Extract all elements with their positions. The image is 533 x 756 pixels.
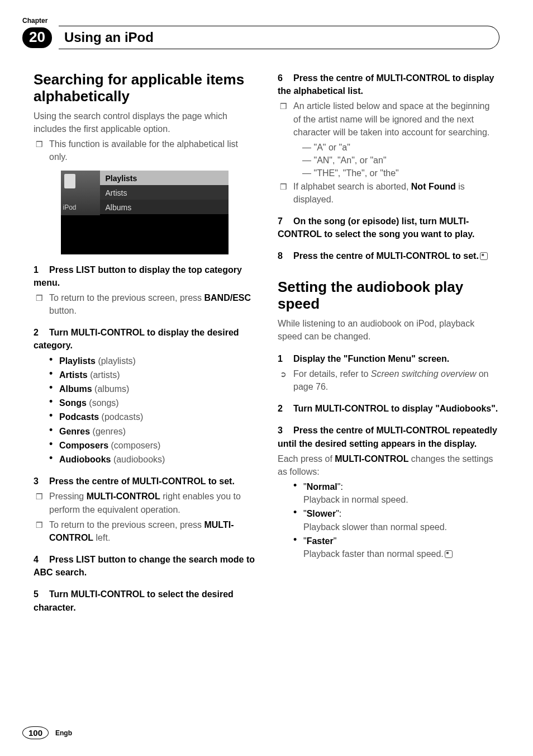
speed-desc: Playback faster than normal speed. xyxy=(303,549,444,559)
cat-paren: (composers) xyxy=(108,441,160,450)
cat-paren: (artists) xyxy=(88,370,120,380)
cat-label: Podcasts xyxy=(59,412,99,422)
speed-label: Slower xyxy=(307,509,336,518)
cat-albums: Albums (albums) xyxy=(49,382,255,395)
step-3-num: 3 xyxy=(34,475,49,488)
step-3a-pre: Pressing xyxy=(49,492,87,501)
section-heading-audiobook: Setting the audiobook play speed xyxy=(278,279,499,313)
speed-desc: Playback slower than normal speed. xyxy=(303,522,447,532)
cat-paren: (podcasts) xyxy=(99,412,143,422)
cat-label: Artists xyxy=(59,370,88,380)
ipod-menu-screenshot: iPod Playlists Artists Albums xyxy=(61,171,229,254)
language-code: Engb xyxy=(55,729,72,737)
cat-audiobooks: Audiobooks (audiobooks) xyxy=(49,453,255,466)
chapter-title: Using an iPod xyxy=(64,30,488,45)
speed-slower: "Slower":Playback slower than normal spe… xyxy=(293,507,499,533)
a-step-3: 3Press the centre of MULTI-CONTROL repea… xyxy=(278,424,499,450)
step-6: 6Press the centre of MULTI-CONTROL to di… xyxy=(278,72,499,97)
step-4-num: 4 xyxy=(34,553,49,566)
step-6-note-notfound: If alphabet search is aborted, Not Found… xyxy=(278,180,499,206)
step-8-text: Press the centre of MULTI-CONTROL to set… xyxy=(293,251,479,261)
step-7-text: On the song (or episode) list, turn MULT… xyxy=(278,216,474,239)
cat-label: Songs xyxy=(59,398,87,408)
a3-after-bold: MULTI-CONTROL xyxy=(335,454,408,464)
step-5-num: 5 xyxy=(34,588,49,601)
step-7-num: 7 xyxy=(278,215,293,228)
a-step-3-text: Press the centre of MULTI-CONTROL repeat… xyxy=(278,426,497,448)
dash-the: "THE", "The", or "the" xyxy=(302,167,499,179)
a1-ref-pre: For details, refer to xyxy=(293,369,371,379)
speed-label: Normal xyxy=(307,482,337,492)
speed-quote: " xyxy=(334,536,337,546)
dash-an: "AN", "An", or "an" xyxy=(302,154,499,167)
step-2-text: Turn MULTI-CONTROL to display the desire… xyxy=(34,328,239,350)
cat-paren: (audiobooks) xyxy=(111,455,165,464)
step-4: 4Press LIST button to change the search … xyxy=(34,553,255,579)
speed-label: Faster xyxy=(307,536,334,546)
cat-label: Audiobooks xyxy=(59,455,111,464)
step-6n2-pre: If alphabet search is aborted, xyxy=(293,182,411,191)
cat-paren: (songs) xyxy=(87,398,119,408)
step-1-num: 1 xyxy=(34,263,49,276)
ipod-icon xyxy=(64,174,75,188)
step-3b-pre: To return to the previous screen, press xyxy=(49,520,204,530)
step-2-num: 2 xyxy=(34,326,49,339)
chapter-header: 20 Using an iPod xyxy=(22,26,499,49)
page-footer: 100 Engb xyxy=(22,726,72,739)
speed-quote: ": xyxy=(336,509,341,518)
chapter-label: Chapter xyxy=(22,17,499,25)
screenshot-side-panel: iPod xyxy=(61,171,100,215)
cat-paren: (genres) xyxy=(90,427,126,436)
right-column: 6Press the centre of MULTI-CONTROL to di… xyxy=(278,72,499,616)
step-3: 3Press the centre of MULTI-CONTROL to se… xyxy=(34,475,255,488)
screenshot-row-artists: Artists xyxy=(100,185,229,200)
step-8-num: 8 xyxy=(278,249,293,262)
step-3b-post: left. xyxy=(93,533,110,542)
page: Chapter 20 Using an iPod Searching for a… xyxy=(0,0,533,756)
cat-artists: Artists (artists) xyxy=(49,368,255,381)
end-mark-icon xyxy=(445,550,453,558)
cat-playlists: Playlists (playlists) xyxy=(49,355,255,367)
chapter-title-frame: Using an iPod xyxy=(59,26,499,49)
screenshot-row-playlists: Playlists xyxy=(100,171,229,185)
speed-desc: Playback in normal speed. xyxy=(303,495,408,504)
a-step-2: 2Turn MULTI-CONTROL to display "Audioboo… xyxy=(278,402,499,415)
step-1-text: Press LIST button to display the top cat… xyxy=(34,265,242,287)
a-step-3-num: 3 xyxy=(278,424,293,437)
chapter-number-pill: 20 xyxy=(22,27,52,48)
a-step-1-ref: For details, refer to Screen switching o… xyxy=(278,367,499,393)
left-column: Searching for applicable items alphabeti… xyxy=(34,72,255,616)
step-6-num: 6 xyxy=(278,72,293,84)
step-1-note-pre: To return to the previous screen, press xyxy=(49,293,204,303)
a-step-2-text: Turn MULTI-CONTROL to display "Audiobook… xyxy=(293,404,498,413)
step-6-text: Press the centre of MULTI-CONTROL to dis… xyxy=(278,73,494,96)
speed-faster: "Faster"Playback faster than normal spee… xyxy=(293,535,499,560)
cat-label: Genres xyxy=(59,427,90,436)
a-step-1-text: Display the "Function Menu" screen. xyxy=(293,354,449,363)
speed-list: "Normal":Playback in normal speed. "Slow… xyxy=(278,480,499,560)
screenshot-row-albums: Albums xyxy=(100,200,229,214)
audiobook-intro: While listening to an audiobook on iPod,… xyxy=(278,317,499,343)
section-heading-search: Searching for applicable items alphabeti… xyxy=(34,72,255,105)
cat-label: Composers xyxy=(59,441,108,450)
step-7: 7On the song (or episode) list, turn MUL… xyxy=(278,215,499,240)
search-intro: Using the search control displays the pa… xyxy=(34,110,255,135)
cat-genres: Genres (genres) xyxy=(49,425,255,438)
a-step-3-after: Each press of MULTI-CONTROL changes the … xyxy=(278,452,499,478)
step-3a-bold: MULTI-CONTROL xyxy=(87,492,160,501)
cat-paren: (playlists) xyxy=(96,356,136,366)
a3-after-pre: Each press of xyxy=(278,454,335,464)
step-6n2-bold: Not Found xyxy=(411,182,456,191)
note-alpha-only: This function is available for the alpha… xyxy=(34,138,255,163)
speed-normal: "Normal":Playback in normal speed. xyxy=(293,480,499,506)
cat-podcasts: Podcasts (podcasts) xyxy=(49,410,255,423)
screenshot-side-label: iPod xyxy=(63,203,77,212)
step-1: 1Press LIST button to display the top ca… xyxy=(34,263,255,289)
a-step-1: 1Display the "Function Menu" screen. xyxy=(278,352,499,365)
cat-composers: Composers (composers) xyxy=(49,439,255,452)
step-8: 8Press the centre of MULTI-CONTROL to se… xyxy=(278,249,499,262)
step-3-note-b: To return to the previous screen, press … xyxy=(34,518,255,544)
step-4-text: Press LIST button to change the search m… xyxy=(34,555,255,577)
step-3-note-a: Pressing MULTI-CONTROL right enables you… xyxy=(34,490,255,516)
step-3-text: Press the centre of MULTI-CONTROL to set… xyxy=(49,476,235,486)
